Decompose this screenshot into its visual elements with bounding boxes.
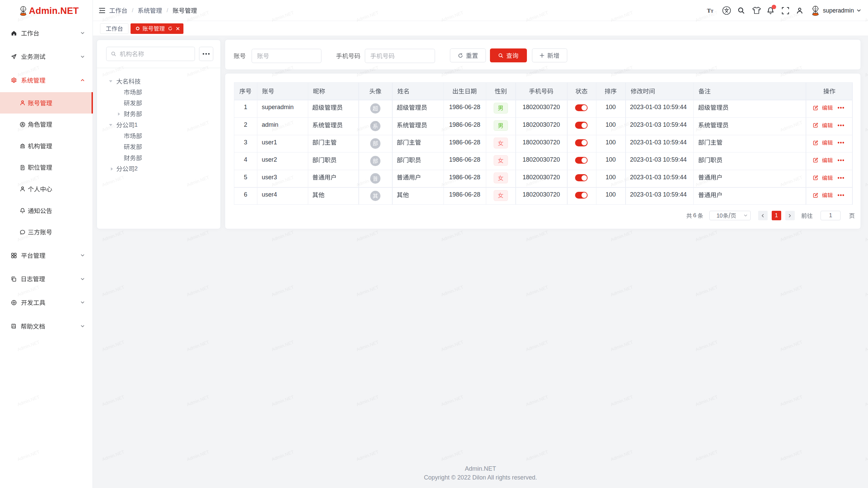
svg-text:T: T: [711, 9, 713, 14]
